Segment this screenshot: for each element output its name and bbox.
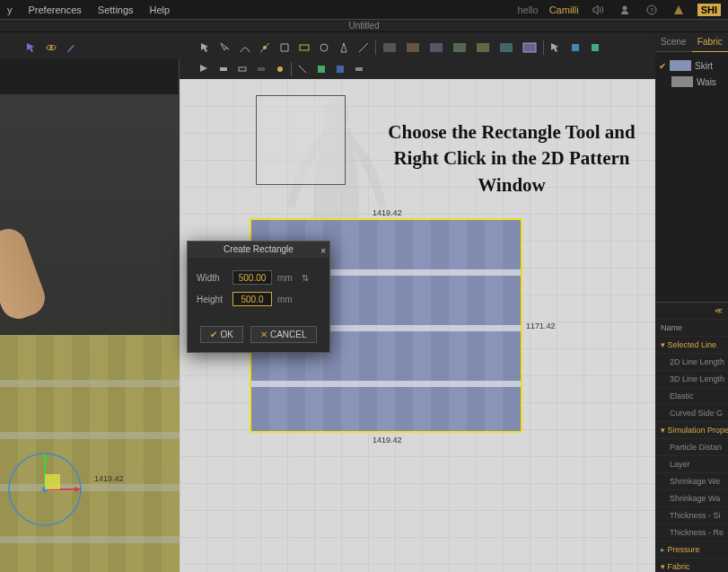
svg-rect-22 [337,66,344,73]
cancel-button[interactable]: ✕CANCEL [250,326,317,343]
tool2-2-icon[interactable] [216,61,232,77]
dimension-right: 1171.42 [526,321,556,330]
prop-3d-line: 3D Line Length [655,371,728,388]
svg-text:?: ? [649,6,653,14]
width-label: Width [197,273,227,283]
prop-elastic: Elastic [655,388,728,405]
prop-sim-header[interactable]: ▾ Simulation Propert [655,422,728,439]
brand-badge: SHI [697,4,721,16]
tool2-9-icon[interactable] [351,61,366,77]
tool2-1-icon[interactable] [197,61,213,77]
tool-seam-5-icon[interactable] [473,40,493,56]
properties-panel: ≪ Name ▾ Selected Line 2D Line Length 3D… [655,302,728,572]
svg-point-0 [622,6,627,11]
tool2-7-icon[interactable] [314,61,329,77]
tool-polygon-icon[interactable] [276,40,293,56]
prop-thick-si: Thickness - Si [655,507,728,524]
dimension-top: 1419.42 [373,208,402,217]
tool-rectangle-icon[interactable] [296,40,312,56]
height-unit: mm [277,295,293,304]
svg-point-4 [50,47,53,49]
tool-dart-icon[interactable] [336,40,352,56]
fabric-item-skirt[interactable]: ✔ Skirt [659,57,724,74]
svg-rect-17 [220,67,227,71]
tool2-8-icon[interactable] [332,61,347,77]
tool-pen-icon[interactable] [63,40,79,56]
fabric-swatch-2 [671,76,693,87]
svg-rect-19 [258,67,265,71]
left-panel: 1419.42 [0,58,180,572]
prop-shrink-we: Shrinkage We [655,473,728,490]
svg-rect-18 [239,67,246,71]
volume-icon[interactable] [590,2,606,18]
tool2-4-icon[interactable] [253,61,268,77]
dimension-bottom: 1419.42 [373,436,402,444]
menu-item-y[interactable]: y [7,4,13,15]
menu-item-help[interactable]: Help [150,4,171,15]
width-input[interactable] [232,270,272,285]
svg-rect-21 [318,66,325,73]
tool2-5-icon[interactable] [272,61,287,77]
svg-marker-28 [42,453,48,460]
transform-gizmo[interactable] [4,449,85,530]
fabric-list: ✔ Skirt Wais [655,52,728,95]
tool-seam-6-icon[interactable] [496,40,516,56]
dialog-title-text: Create Rectangle [224,244,294,254]
tool-edit-point-icon[interactable] [217,40,233,56]
tool-line-icon[interactable] [355,40,372,56]
svg-rect-23 [355,67,363,71]
tool-edit-curve-icon[interactable] [237,40,253,56]
toolbar-separator-2 [543,40,544,55]
tool-seam-3-icon[interactable] [426,40,446,56]
fabric-item-waist[interactable]: Wais [659,74,724,90]
help-icon[interactable]: ? [644,2,660,18]
height-input[interactable] [232,292,272,306]
ok-button[interactable]: ✔OK [200,326,242,343]
link-icon[interactable]: ⇅ [302,273,309,283]
width-unit: mm [277,273,293,283]
tool-add-point-icon[interactable] [257,40,273,56]
svg-marker-26 [75,487,81,492]
svg-rect-15 [572,44,579,51]
tool2-6-icon[interactable] [295,61,311,77]
menu-item-settings[interactable]: Settings [98,4,134,15]
svg-rect-13 [500,43,513,52]
tool-seam-1-icon[interactable] [380,40,399,56]
tool-nav-2-icon[interactable] [567,40,583,56]
instruction-text: Choose the Rectangle Tool and Right Clic… [386,119,637,198]
hello-label: hello [517,4,538,15]
tool-circle-icon[interactable] [316,40,332,56]
prop-layer: Layer [655,456,728,473]
tool-seam-4-icon[interactable] [450,40,469,56]
prop-curved: Curved Side G [655,405,728,422]
tool-nav-3-icon[interactable] [587,40,603,56]
tool-seam-2-icon[interactable] [403,40,423,56]
toolbar2-separator [291,62,292,76]
tool2-3-icon[interactable] [235,61,250,77]
menu-item-preferences[interactable]: Preferences [29,4,82,15]
prop-thick-re: Thickness - Re [655,524,728,541]
tool-arrow-icon[interactable] [23,40,39,56]
svg-rect-9 [407,43,419,52]
tool-rotate-icon[interactable] [43,40,59,56]
document-title: Untitled [0,20,728,32]
tab-scene[interactable]: Scene [655,32,692,52]
prop-selected-line-header[interactable]: ▾ Selected Line [655,337,728,354]
prop-pressure-header[interactable]: ▸ Pressure [655,541,728,559]
tool-select-icon[interactable] [197,40,214,56]
collapse-icon[interactable]: ≪ [715,306,723,315]
username[interactable]: Camilli [549,4,579,15]
svg-rect-10 [430,43,443,52]
tool-seam-7-icon[interactable] [520,40,539,56]
3d-viewport[interactable]: 1419.42 [0,94,180,572]
user-icon[interactable] [617,2,633,18]
notification-icon[interactable] [671,2,687,18]
svg-rect-8 [383,43,396,52]
prop-fabric-header[interactable]: ▾ Fabric [655,559,728,572]
tab-fabric[interactable]: Fabric [692,32,729,52]
tool-nav-1-icon[interactable] [548,40,564,56]
close-icon[interactable]: × [320,243,326,260]
right-panel: Scene Fabric ✔ Skirt Wais ≪ Name ▾ Selec… [655,32,728,572]
toolbar-separator [375,40,376,55]
height-label: Height [197,295,227,304]
